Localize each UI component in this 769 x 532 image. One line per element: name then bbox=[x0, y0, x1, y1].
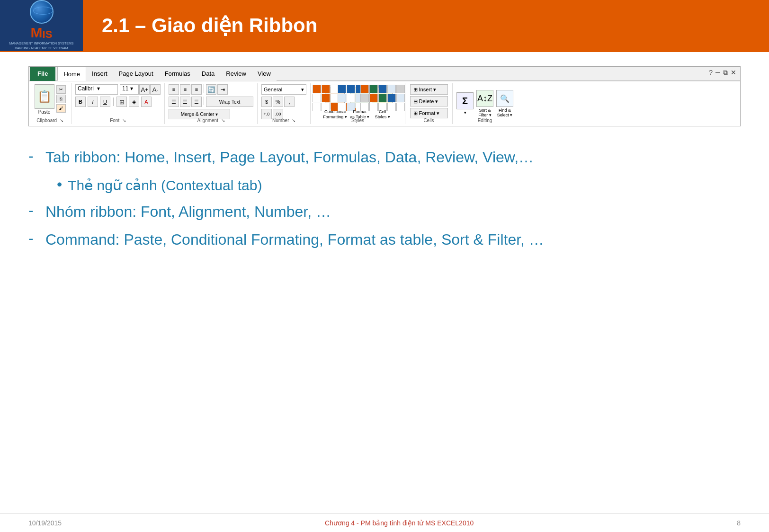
font-row2: B I U ⊞ ◈ A bbox=[75, 97, 161, 107]
bold-button[interactable]: B bbox=[75, 97, 86, 107]
tab-file[interactable]: File bbox=[30, 67, 55, 81]
sub-bullet-1: • Thẻ ngữ cảnh (Contextual tab) bbox=[57, 176, 741, 195]
italic-button[interactable]: I bbox=[88, 97, 98, 107]
number-row1: $ % , bbox=[261, 97, 306, 107]
align-controls: ≡ ≡ ≡ 🔄 ⇥ ☰ ☰ ☰ Wrap Text bbox=[169, 84, 253, 119]
format-cells-btn[interactable]: ⊞ Format ▾ bbox=[410, 108, 448, 118]
cells-controls: ⊞ Insert ▾ ⊟ Delete ▾ ⊞ Format ▾ bbox=[410, 84, 448, 118]
find-select-item: 🔍 Find &Select ▾ bbox=[496, 90, 513, 117]
cells-group-content: ⊞ Insert ▾ ⊟ Delete ▾ ⊞ Format ▾ bbox=[410, 84, 448, 123]
font-color-btn[interactable]: A bbox=[141, 97, 152, 107]
left-align-btn[interactable]: ☰ bbox=[169, 97, 179, 107]
sub-bullet-dot-1: • bbox=[57, 176, 62, 193]
tab-data[interactable]: Data bbox=[196, 67, 220, 81]
comma-btn[interactable]: , bbox=[284, 97, 295, 107]
percent-btn[interactable]: % bbox=[273, 97, 283, 107]
ribbon-container: File Home Insert Page Layout Formulas Da… bbox=[28, 66, 741, 126]
ribbon-group-styles: ConditionalFormatting ▾ bbox=[311, 83, 405, 124]
close-icon[interactable]: ✕ bbox=[731, 69, 736, 77]
align-row2: ☰ ☰ ☰ Wrap Text bbox=[169, 97, 253, 107]
borders-btn[interactable]: ⊞ bbox=[116, 97, 127, 107]
sub-bullet-text-1: Thẻ ngữ cảnh (Contextual tab) bbox=[68, 176, 262, 195]
footer-date: 10/19/2015 bbox=[28, 519, 62, 527]
header: M IS MANAGEMENT INFORMATION SYSTEMSBANKI… bbox=[0, 0, 769, 52]
bullet-item-3: - Command: Paste, Conditional Formating,… bbox=[28, 230, 741, 250]
number-format-select[interactable]: General▾ bbox=[261, 84, 306, 95]
cell-styles-icon[interactable] bbox=[373, 88, 393, 108]
content-area: - Tab ribbon: Home, Insert, Page Layout,… bbox=[28, 143, 741, 263]
tab-insert[interactable]: Insert bbox=[86, 67, 113, 81]
clipboard-label: Clipboard ↘ bbox=[29, 118, 71, 123]
ribbon-tabs: File Home Insert Page Layout Formulas Da… bbox=[29, 67, 740, 81]
sort-filter-item: A↕Z Sort &Filter ▾ bbox=[476, 90, 493, 117]
number-controls: General▾ $ % , +.0 .00 bbox=[261, 84, 306, 119]
underline-button[interactable]: U bbox=[100, 97, 110, 107]
ribbon-group-number: General▾ $ % , +.0 .00 Number ↘ bbox=[258, 83, 311, 124]
indent-more-btn[interactable]: ⇥ bbox=[217, 84, 228, 95]
help-icon[interactable]: ? bbox=[709, 69, 713, 77]
find-select-label: Find &Select ▾ bbox=[497, 108, 513, 117]
bullet-item-2: - Nhóm ribbon: Font, Alignment, Number, … bbox=[28, 202, 741, 222]
header-title-area: 2.1 – Giao diện Ribbon bbox=[83, 0, 769, 51]
delete-cells-btn[interactable]: ⊟ Delete ▾ bbox=[410, 96, 448, 106]
bottom-align-btn[interactable]: ≡ bbox=[191, 84, 202, 95]
number-label: Number ↘ bbox=[258, 118, 310, 123]
footer-page: 8 bbox=[737, 519, 741, 527]
minimize-icon[interactable]: ─ bbox=[715, 69, 720, 77]
align-row1: ≡ ≡ ≡ 🔄 ⇥ bbox=[169, 84, 253, 95]
bullet-text-1: Tab ribbon: Home, Insert, Page Layout, F… bbox=[45, 148, 534, 168]
autosum-item: Σ ▾ bbox=[456, 92, 474, 115]
bullet-item-1: - Tab ribbon: Home, Insert, Page Layout,… bbox=[28, 148, 741, 168]
ribbon-group-editing: Σ ▾ A↕Z Sort &Filter ▾ 🔍 Find &Select ▾ … bbox=[453, 83, 517, 124]
font-size-select[interactable]: 11 ▾ bbox=[120, 84, 139, 95]
font-size-area: 11 ▾ A+ A- bbox=[120, 84, 161, 95]
paste-icon[interactable]: 📋 bbox=[35, 84, 54, 109]
right-align-btn[interactable]: ☰ bbox=[191, 97, 202, 107]
ribbon-group-font: Calibri ▾ 11 ▾ A+ A- B I U bbox=[72, 83, 165, 124]
footer-center-text: Chương 4 - PM bảng tính điện tử MS EXCEL… bbox=[325, 519, 474, 527]
font-label: Font ↘ bbox=[72, 118, 164, 123]
increase-font-btn[interactable]: A+ bbox=[139, 84, 150, 95]
center-align-btn[interactable]: ☰ bbox=[180, 97, 190, 107]
insert-cells-btn[interactable]: ⊞ Insert ▾ bbox=[410, 84, 448, 95]
font-name-select[interactable]: Calibri ▾ bbox=[75, 84, 118, 95]
divider2 bbox=[204, 97, 204, 105]
top-align-btn[interactable]: ≡ bbox=[169, 84, 179, 95]
sort-filter-icon[interactable]: A↕Z bbox=[476, 90, 493, 107]
font-controls: Calibri ▾ 11 ▾ A+ A- B I U bbox=[75, 84, 161, 107]
bullet-dash-2: - bbox=[28, 202, 38, 219]
ribbon-group-cells: ⊞ Insert ▾ ⊟ Delete ▾ ⊞ Format ▾ Cell bbox=[405, 83, 453, 124]
find-select-icon[interactable]: 🔍 bbox=[496, 90, 513, 107]
restore-icon[interactable]: ⧉ bbox=[723, 69, 728, 77]
copy-icon[interactable]: ⎘ bbox=[56, 95, 66, 103]
divider bbox=[113, 98, 114, 106]
tab-page-layout[interactable]: Page Layout bbox=[113, 67, 159, 81]
page-title: 2.1 – Giao diện Ribbon bbox=[102, 14, 317, 37]
wrap-text-btn[interactable]: Wrap Text bbox=[206, 97, 253, 107]
fill-color-btn[interactable]: ◈ bbox=[129, 97, 139, 107]
tab-home[interactable]: Home bbox=[57, 67, 86, 81]
sort-filter-label: Sort &Filter ▾ bbox=[478, 108, 492, 117]
cut-icon[interactable]: ✂ bbox=[56, 85, 66, 94]
autosum-icon[interactable]: Σ bbox=[456, 92, 474, 109]
orientation-btn[interactable]: 🔄 bbox=[206, 84, 216, 95]
format-painter-icon[interactable]: 🖌 bbox=[56, 104, 66, 113]
alignment-group-content: ≡ ≡ ≡ 🔄 ⇥ ☰ ☰ ☰ Wrap Text bbox=[169, 84, 253, 123]
middle-align-btn[interactable]: ≡ bbox=[180, 84, 190, 95]
paste-section: 📋 Paste bbox=[35, 84, 54, 115]
tab-formulas[interactable]: Formulas bbox=[159, 67, 196, 81]
font-group-content: Calibri ▾ 11 ▾ A+ A- B I U bbox=[75, 84, 161, 123]
logo-subtitle: MANAGEMENT INFORMATION SYSTEMSBANKING AC… bbox=[9, 41, 74, 50]
currency-btn[interactable]: $ bbox=[261, 97, 272, 107]
tab-view[interactable]: View bbox=[252, 67, 277, 81]
tab-review[interactable]: Review bbox=[220, 67, 252, 81]
decrease-font-btn[interactable]: A- bbox=[150, 84, 161, 95]
logo: M IS MANAGEMENT INFORMATION SYSTEMSBANKI… bbox=[9, 0, 74, 50]
editing-group-content: Σ ▾ A↕Z Sort &Filter ▾ 🔍 Find &Select ▾ bbox=[456, 84, 513, 123]
ribbon-group-clipboard: 📋 Paste ✂ ⎘ 🖌 Clipboard ↘ bbox=[29, 83, 72, 124]
clipboard-small-icons: ✂ ⎘ 🖌 bbox=[56, 85, 66, 113]
logo-area: M IS MANAGEMENT INFORMATION SYSTEMSBANKI… bbox=[0, 0, 83, 51]
autosum-label: ▾ bbox=[464, 110, 466, 115]
styles-label: Styles bbox=[311, 118, 405, 123]
styles-group-content: ConditionalFormatting ▾ bbox=[323, 84, 393, 123]
